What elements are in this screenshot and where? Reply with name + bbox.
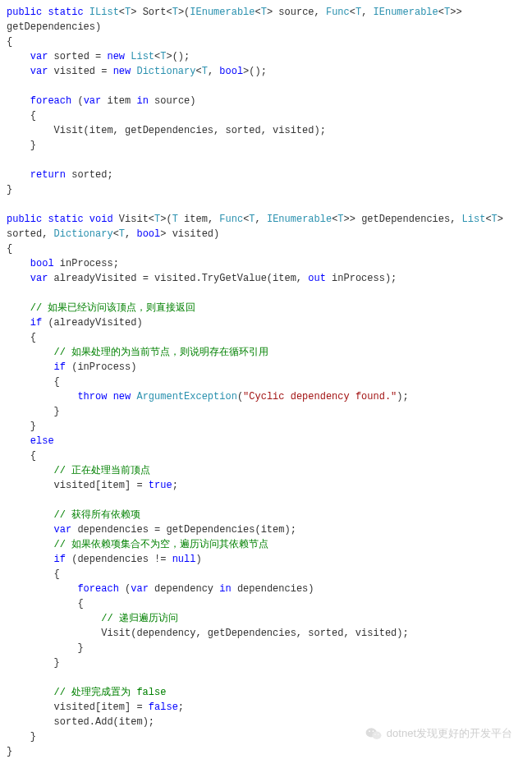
code-block: public static IList<T> Sort<T>(IEnumerab… <box>7 5 525 759</box>
svg-point-2 <box>369 730 370 732</box>
svg-point-3 <box>372 730 374 732</box>
svg-point-4 <box>374 734 375 734</box>
wechat-icon <box>365 726 382 741</box>
svg-point-5 <box>378 734 378 734</box>
svg-point-1 <box>372 732 381 739</box>
watermark: dotnet发现更好的开发平台 <box>365 726 512 741</box>
watermark-text: dotnet发现更好的开发平台 <box>387 726 512 741</box>
